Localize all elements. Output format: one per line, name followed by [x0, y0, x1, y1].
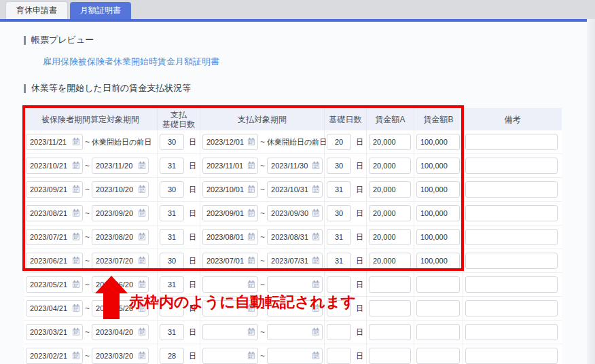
wage-b-input[interactable] — [416, 324, 460, 340]
period-from-date-field[interactable] — [26, 158, 83, 174]
payment-basis-days-input[interactable] — [160, 348, 184, 364]
calendar-icon[interactable] — [72, 280, 80, 290]
period-from-date-field[interactable] — [26, 324, 83, 340]
basis-days-input[interactable] — [327, 181, 351, 198]
pay-from-date-field[interactable] — [202, 276, 258, 293]
wage-a-input[interactable] — [369, 134, 411, 150]
calendar-icon[interactable] — [312, 256, 320, 266]
calendar-icon[interactable] — [247, 304, 255, 314]
wage-a-input[interactable] — [369, 181, 411, 198]
payment-basis-days-input[interactable] — [160, 181, 184, 198]
calendar-icon[interactable] — [247, 232, 255, 242]
remarks-input[interactable] — [465, 324, 558, 340]
remarks-input[interactable] — [465, 348, 558, 364]
calendar-icon[interactable] — [72, 208, 80, 219]
wage-a-input[interactable] — [369, 158, 411, 174]
period-from-date-field[interactable] — [26, 205, 83, 221]
calendar-icon[interactable] — [138, 208, 146, 219]
remarks-input[interactable] — [465, 229, 558, 245]
wage-a-input[interactable] — [369, 205, 411, 221]
period-to-date-field[interactable] — [92, 253, 149, 269]
remarks-input[interactable] — [465, 134, 558, 150]
pay-to-date-field[interactable] — [267, 348, 323, 364]
calendar-icon[interactable] — [138, 327, 146, 338]
period-from-date-field[interactable] — [26, 276, 83, 293]
remarks-input[interactable] — [465, 253, 558, 269]
wage-b-input[interactable] — [416, 134, 460, 150]
wage-b-input[interactable] — [416, 229, 460, 245]
period-from-date-field[interactable] — [26, 300, 83, 316]
report-preview-link[interactable]: 雇用保険被保険者休業開始時賃金月額証明書 — [43, 56, 219, 68]
calendar-icon[interactable] — [247, 161, 255, 171]
pay-to-date-field[interactable] — [267, 324, 323, 340]
calendar-icon[interactable] — [247, 351, 255, 361]
calendar-icon[interactable] — [138, 256, 146, 266]
calendar-icon[interactable] — [312, 304, 320, 314]
remarks-input[interactable] — [465, 181, 558, 198]
calendar-icon[interactable] — [312, 208, 320, 219]
calendar-icon[interactable] — [312, 161, 320, 171]
pay-from-date-field[interactable] — [202, 253, 258, 269]
remarks-input[interactable] — [465, 205, 558, 221]
pay-to-date-field[interactable] — [267, 205, 323, 221]
calendar-icon[interactable] — [138, 232, 146, 242]
pay-to-date-field[interactable] — [267, 300, 323, 316]
basis-days-input[interactable] — [327, 205, 351, 221]
wage-b-input[interactable] — [416, 300, 460, 316]
remarks-input[interactable] — [465, 276, 558, 293]
pay-from-date-field[interactable] — [202, 205, 258, 221]
calendar-icon[interactable] — [247, 327, 255, 338]
pay-from-date-field[interactable] — [202, 229, 258, 245]
basis-days-input[interactable] — [327, 348, 351, 364]
calendar-icon[interactable] — [72, 137, 80, 147]
period-to-date-field[interactable] — [92, 324, 149, 340]
period-to-date-field[interactable] — [92, 158, 149, 174]
pay-from-date-field[interactable] — [202, 158, 258, 174]
calendar-icon[interactable] — [72, 232, 80, 242]
calendar-icon[interactable] — [72, 327, 80, 338]
period-to-date-field[interactable] — [92, 348, 149, 364]
period-from-date-field[interactable] — [26, 181, 83, 198]
basis-days-input[interactable] — [327, 324, 351, 340]
pay-from-date-field[interactable] — [202, 348, 258, 364]
pay-from-date-field[interactable] — [202, 324, 258, 340]
period-to-date-field[interactable] — [92, 300, 149, 316]
basis-days-input[interactable] — [327, 229, 351, 245]
basis-days-input[interactable] — [327, 253, 351, 269]
calendar-icon[interactable] — [247, 256, 255, 266]
pay-from-date-field[interactable] — [202, 181, 258, 198]
calendar-icon[interactable] — [138, 280, 146, 290]
wage-b-input[interactable] — [416, 181, 460, 198]
period-from-date-field[interactable] — [26, 134, 83, 150]
wage-b-input[interactable] — [416, 205, 460, 221]
calendar-icon[interactable] — [247, 208, 255, 219]
wage-a-input[interactable] — [369, 324, 411, 340]
calendar-icon[interactable] — [138, 161, 146, 171]
period-to-date-field[interactable] — [92, 181, 149, 198]
remarks-input[interactable] — [465, 158, 558, 174]
calendar-icon[interactable] — [312, 280, 320, 290]
calendar-icon[interactable] — [312, 232, 320, 242]
period-to-date-field[interactable] — [92, 276, 149, 293]
calendar-icon[interactable] — [312, 185, 320, 195]
basis-days-input[interactable] — [327, 158, 351, 174]
calendar-icon[interactable] — [247, 280, 255, 290]
calendar-icon[interactable] — [247, 137, 255, 147]
pay-to-date-field[interactable] — [267, 181, 323, 198]
payment-basis-days-input[interactable] — [160, 324, 184, 340]
payment-basis-days-input[interactable] — [160, 229, 184, 245]
period-from-date-field[interactable] — [26, 229, 83, 245]
tab-getsugaku-shomeisho[interactable]: 月額証明書 — [70, 2, 131, 19]
wage-b-input[interactable] — [416, 253, 460, 269]
calendar-icon[interactable] — [138, 185, 146, 195]
wage-a-input[interactable] — [369, 348, 411, 364]
remarks-input[interactable] — [465, 300, 558, 316]
basis-days-input[interactable] — [327, 300, 351, 316]
wage-a-input[interactable] — [369, 276, 411, 293]
payment-basis-days-input[interactable] — [160, 134, 184, 150]
period-from-date-field[interactable] — [26, 348, 83, 364]
period-from-date-field[interactable] — [26, 253, 83, 269]
calendar-icon[interactable] — [72, 256, 80, 266]
period-to-date-field[interactable] — [92, 205, 149, 221]
calendar-icon[interactable] — [312, 351, 320, 361]
